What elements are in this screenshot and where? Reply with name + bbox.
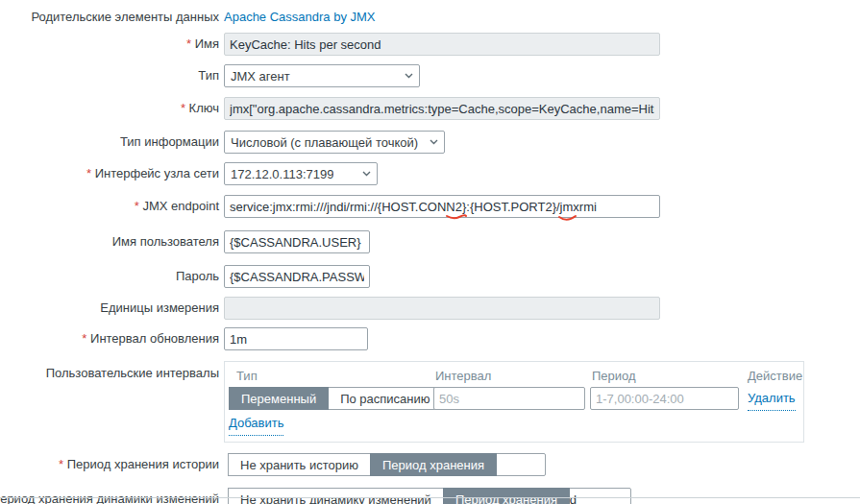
col-header-type: Тип	[236, 369, 258, 383]
red-underline-annotation	[446, 212, 467, 221]
add-interval-link[interactable]: Добавить	[229, 412, 283, 436]
custom-intervals-table: Тип Интервал Период Действие Переменный …	[224, 361, 804, 443]
trends-label: Период хранения динамики изменений	[0, 488, 219, 504]
trends-storage-period-button[interactable]: Период хранения	[443, 488, 570, 504]
interface-select[interactable]: 172.12.0.113:7199	[224, 162, 378, 185]
delete-interval-link[interactable]: Удалить	[748, 387, 796, 411]
scheduled-interval-button[interactable]: По расписанию	[328, 387, 442, 410]
name-input[interactable]	[224, 33, 660, 56]
username-label: Имя пользователя	[0, 230, 219, 253]
type-label: Тип	[0, 64, 219, 87]
history-no-store-button[interactable]: Не хранить историю	[228, 453, 371, 476]
col-header-period: Период	[592, 369, 636, 383]
name-label: Имя	[0, 33, 219, 56]
flexible-interval-button[interactable]: Переменный	[229, 387, 329, 410]
key-input[interactable]	[224, 97, 660, 120]
col-header-interval: Интервал	[435, 369, 491, 383]
password-input[interactable]	[224, 265, 370, 288]
type-select-value: JMX агент	[231, 69, 290, 84]
interval-type-toggle: Переменный По расписанию	[229, 387, 443, 410]
username-input[interactable]	[224, 230, 370, 253]
chevron-down-icon	[362, 171, 371, 177]
parent-item-link[interactable]: Apache Cassandra by JMX	[224, 6, 376, 29]
interval-period-input[interactable]	[590, 387, 739, 410]
footer-divider	[0, 497, 860, 498]
interface-select-value: 172.12.0.113:7199	[231, 167, 333, 181]
chevron-down-icon	[405, 73, 413, 79]
red-underline-annotation	[558, 214, 577, 224]
history-storage-toggle: Не хранить историю Период хранения	[228, 453, 497, 476]
info-type-select-value: Числовой (с плавающей точкой)	[231, 135, 418, 150]
password-label: Пароль	[0, 265, 219, 288]
trends-storage-toggle: Не хранить динамику изменений Период хра…	[228, 488, 570, 504]
parent-items-label: Родительские элементы данных	[0, 6, 219, 29]
col-header-action: Действие	[748, 369, 802, 383]
units-label: Единицы измерения	[0, 297, 219, 320]
key-label: Ключ	[0, 97, 219, 120]
info-type-label: Тип информации	[0, 131, 219, 154]
interval-delay-input[interactable]	[433, 387, 585, 410]
jmx-endpoint-label: JMX endpoint	[0, 195, 219, 218]
custom-intervals-label: Пользовательские интервалы	[0, 362, 219, 385]
update-interval-label: Интервал обновления	[0, 327, 219, 350]
history-label: Период хранения истории	[0, 453, 219, 476]
type-select[interactable]: JMX агент	[224, 64, 420, 87]
interface-label: Интерфейс узла сети	[0, 162, 219, 185]
update-interval-input[interactable]	[224, 327, 368, 350]
trends-no-store-button[interactable]: Не хранить динамику изменений	[228, 488, 444, 504]
history-storage-period-button[interactable]: Период хранения	[370, 453, 497, 476]
units-input[interactable]	[224, 297, 660, 320]
chevron-down-icon	[430, 139, 438, 145]
jmx-endpoint-input[interactable]	[224, 195, 660, 218]
info-type-select[interactable]: Числовой (с плавающей точкой)	[224, 131, 445, 154]
